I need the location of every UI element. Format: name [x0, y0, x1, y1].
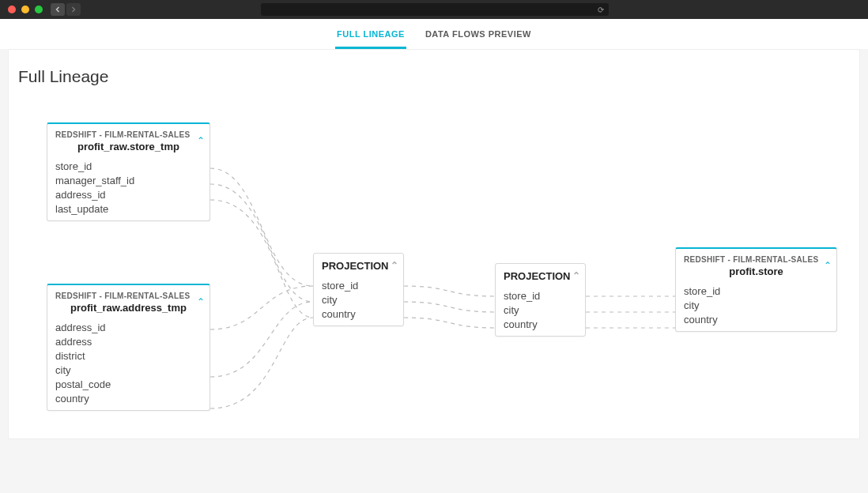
- node-title: PROJECTION ⌃: [496, 264, 585, 287]
- node-source-label: REDSHIFT - FILM-RENTAL-SALES: [55, 130, 202, 139]
- field-item[interactable]: postal_code: [47, 377, 209, 391]
- node-fields: store_id city country: [496, 287, 585, 336]
- chevron-up-icon[interactable]: ⌃: [197, 296, 205, 307]
- lineage-page: Full Lineage REDSHIFT - FILM-RENTAL-SALE…: [8, 49, 860, 439]
- forward-button[interactable]: [66, 3, 81, 16]
- field-item[interactable]: address_id: [47, 320, 209, 334]
- node-header: REDSHIFT - FILM-RENTAL-SALES profit_raw.…: [47, 124, 209, 157]
- close-window-button[interactable]: [8, 6, 16, 13]
- chevron-up-icon[interactable]: ⌃: [391, 260, 398, 271]
- field-item[interactable]: store_id: [47, 159, 209, 173]
- field-item[interactable]: country: [47, 391, 209, 405]
- field-item[interactable]: store_id: [676, 284, 836, 298]
- field-item[interactable]: country: [676, 312, 836, 326]
- node-fields: store_id city country: [676, 282, 836, 331]
- field-item[interactable]: country: [496, 317, 585, 331]
- node-store-tmp[interactable]: REDSHIFT - FILM-RENTAL-SALES profit_raw.…: [47, 122, 210, 221]
- lineage-canvas[interactable]: REDSHIFT - FILM-RENTAL-SALES profit_raw.…: [9, 89, 859, 438]
- lineage-tabs: FULL LINEAGE DATA FLOWS PREVIEW: [0, 19, 868, 49]
- field-item[interactable]: city: [314, 292, 403, 307]
- field-item[interactable]: address: [47, 334, 209, 348]
- browser-chrome: ⟳: [0, 0, 868, 19]
- node-source-label: REDSHIFT - FILM-RENTAL-SALES: [55, 292, 202, 300]
- tab-data-flows-preview[interactable]: DATA FLOWS PREVIEW: [424, 20, 533, 49]
- field-item[interactable]: country: [314, 307, 403, 321]
- node-name: profit_raw.store_tmp: [55, 141, 202, 152]
- node-fields: store_id city country: [314, 277, 403, 326]
- node-profit-store[interactable]: REDSHIFT - FILM-RENTAL-SALES profit.stor…: [675, 247, 837, 332]
- field-item[interactable]: manager_staff_id: [47, 173, 209, 187]
- minimize-window-button[interactable]: [21, 6, 29, 13]
- field-item[interactable]: city: [47, 363, 209, 377]
- node-source-label: REDSHIFT - FILM-RENTAL-SALES: [684, 255, 828, 264]
- field-item[interactable]: last_update: [47, 201, 209, 216]
- node-title-text: PROJECTION: [504, 270, 571, 282]
- chevron-up-icon[interactable]: ⌃: [197, 135, 205, 146]
- chevron-up-icon[interactable]: ⌃: [572, 270, 580, 281]
- chevron-up-icon[interactable]: ⌃: [824, 260, 832, 271]
- node-projection-1[interactable]: PROJECTION ⌃ store_id city country: [313, 253, 404, 326]
- address-bar[interactable]: ⟳: [261, 3, 609, 16]
- node-fields: address_id address district city postal_…: [47, 318, 209, 410]
- maximize-window-button[interactable]: [35, 6, 43, 13]
- reload-icon[interactable]: ⟳: [598, 6, 604, 14]
- node-title: PROJECTION ⌃: [314, 254, 403, 277]
- node-projection-2[interactable]: PROJECTION ⌃ store_id city country: [495, 263, 586, 337]
- nav-buttons: [51, 3, 81, 16]
- field-item[interactable]: store_id: [314, 278, 403, 292]
- node-fields: store_id manager_staff_id address_id las…: [47, 157, 209, 220]
- field-item[interactable]: district: [47, 348, 209, 363]
- field-item[interactable]: address_id: [47, 187, 209, 201]
- field-item[interactable]: store_id: [496, 288, 585, 303]
- node-address-tmp[interactable]: REDSHIFT - FILM-RENTAL-SALES profit_raw.…: [47, 284, 210, 411]
- node-name: profit.store: [684, 265, 828, 277]
- node-header: REDSHIFT - FILM-RENTAL-SALES profit.stor…: [676, 249, 836, 282]
- node-header: REDSHIFT - FILM-RENTAL-SALES profit_raw.…: [47, 285, 209, 318]
- tab-full-lineage[interactable]: FULL LINEAGE: [335, 20, 406, 49]
- field-item[interactable]: city: [676, 298, 836, 312]
- field-item[interactable]: city: [496, 303, 585, 317]
- back-button[interactable]: [51, 3, 65, 16]
- node-title-text: PROJECTION: [322, 260, 389, 272]
- window-controls: [8, 6, 43, 13]
- node-name: profit_raw.address_tmp: [55, 302, 202, 314]
- page-title: Full Lineage: [18, 67, 850, 86]
